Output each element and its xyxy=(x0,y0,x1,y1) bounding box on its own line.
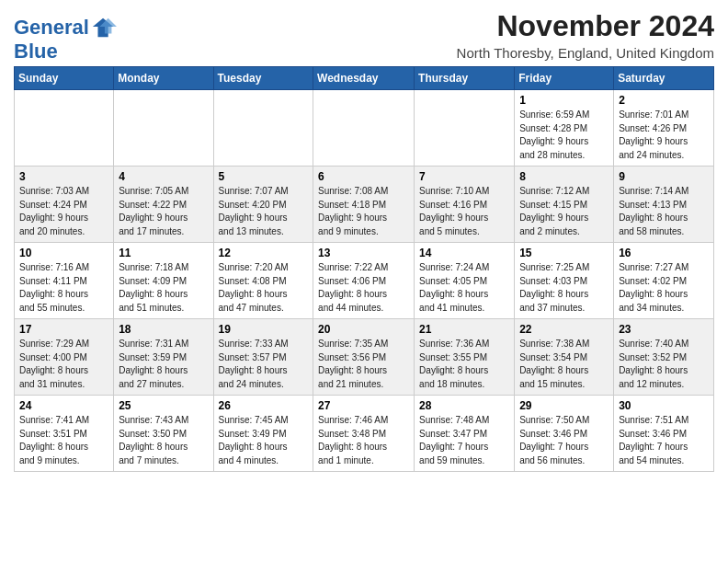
day-info: Sunrise: 7:45 AM Sunset: 3:49 PM Dayligh… xyxy=(219,414,309,467)
day-number: 17 xyxy=(19,323,108,336)
week-row-3: 10Sunrise: 7:16 AM Sunset: 4:11 PM Dayli… xyxy=(15,243,714,319)
day-number: 26 xyxy=(219,399,309,412)
day-info: Sunrise: 7:27 AM Sunset: 4:02 PM Dayligh… xyxy=(619,261,709,315)
calendar-cell: 22Sunrise: 7:38 AM Sunset: 3:54 PM Dayli… xyxy=(515,319,614,396)
day-info: Sunrise: 7:29 AM Sunset: 4:00 PM Dayligh… xyxy=(19,338,108,391)
day-number: 21 xyxy=(419,323,509,336)
day-number: 15 xyxy=(519,247,609,259)
weekday-header-saturday: Saturday xyxy=(614,67,714,90)
day-info: Sunrise: 7:14 AM Sunset: 4:13 PM Dayligh… xyxy=(619,185,709,238)
day-number: 9 xyxy=(619,170,709,183)
calendar-cell: 23Sunrise: 7:40 AM Sunset: 3:52 PM Dayli… xyxy=(614,319,714,396)
calendar-cell xyxy=(415,90,515,167)
calendar-cell: 7Sunrise: 7:10 AM Sunset: 4:16 PM Daylig… xyxy=(415,167,515,243)
day-number: 10 xyxy=(19,247,108,259)
location-title: North Thoresby, England, United Kingdom xyxy=(457,45,714,61)
day-info: Sunrise: 7:40 AM Sunset: 3:52 PM Dayligh… xyxy=(619,338,709,391)
week-row-5: 24Sunrise: 7:41 AM Sunset: 3:51 PM Dayli… xyxy=(15,396,714,472)
calendar-cell: 25Sunrise: 7:43 AM Sunset: 3:50 PM Dayli… xyxy=(114,396,213,472)
day-info: Sunrise: 7:35 AM Sunset: 3:56 PM Dayligh… xyxy=(318,338,409,391)
day-info: Sunrise: 7:38 AM Sunset: 3:54 PM Dayligh… xyxy=(519,338,609,391)
calendar-cell: 27Sunrise: 7:46 AM Sunset: 3:48 PM Dayli… xyxy=(313,396,415,472)
day-number: 7 xyxy=(419,170,509,183)
calendar-cell: 24Sunrise: 7:41 AM Sunset: 3:51 PM Dayli… xyxy=(15,396,114,472)
day-number: 23 xyxy=(619,323,709,336)
title-block: November 2024 North Thoresby, England, U… xyxy=(457,9,714,61)
logo: General Blue xyxy=(14,15,117,63)
month-title: November 2024 xyxy=(457,9,714,43)
calendar-cell: 13Sunrise: 7:22 AM Sunset: 4:06 PM Dayli… xyxy=(313,243,415,319)
day-number: 12 xyxy=(219,247,309,259)
weekday-header-row: SundayMondayTuesdayWednesdayThursdayFrid… xyxy=(15,67,714,90)
day-info: Sunrise: 7:16 AM Sunset: 4:11 PM Dayligh… xyxy=(19,261,108,315)
calendar-cell: 8Sunrise: 7:12 AM Sunset: 4:15 PM Daylig… xyxy=(515,167,614,243)
calendar-cell: 18Sunrise: 7:31 AM Sunset: 3:59 PM Dayli… xyxy=(114,319,213,396)
week-row-4: 17Sunrise: 7:29 AM Sunset: 4:00 PM Dayli… xyxy=(15,319,714,396)
day-number: 1 xyxy=(519,94,609,107)
calendar-cell: 20Sunrise: 7:35 AM Sunset: 3:56 PM Dayli… xyxy=(313,319,415,396)
calendar-cell xyxy=(15,90,114,167)
day-info: Sunrise: 7:43 AM Sunset: 3:50 PM Dayligh… xyxy=(119,414,208,467)
calendar-cell: 9Sunrise: 7:14 AM Sunset: 4:13 PM Daylig… xyxy=(614,167,714,243)
calendar-cell: 10Sunrise: 7:16 AM Sunset: 4:11 PM Dayli… xyxy=(15,243,114,319)
day-info: Sunrise: 7:25 AM Sunset: 4:03 PM Dayligh… xyxy=(519,261,609,315)
weekday-header-monday: Monday xyxy=(114,67,213,90)
day-info: Sunrise: 7:05 AM Sunset: 4:22 PM Dayligh… xyxy=(119,185,208,238)
calendar-cell: 30Sunrise: 7:51 AM Sunset: 3:46 PM Dayli… xyxy=(614,396,714,472)
day-number: 4 xyxy=(119,170,208,183)
day-info: Sunrise: 7:08 AM Sunset: 4:18 PM Dayligh… xyxy=(318,185,409,238)
calendar-cell: 15Sunrise: 7:25 AM Sunset: 4:03 PM Dayli… xyxy=(515,243,614,319)
calendar-cell: 4Sunrise: 7:05 AM Sunset: 4:22 PM Daylig… xyxy=(114,167,213,243)
calendar-cell: 29Sunrise: 7:50 AM Sunset: 3:46 PM Dayli… xyxy=(515,396,614,472)
day-info: Sunrise: 7:03 AM Sunset: 4:24 PM Dayligh… xyxy=(19,185,108,238)
day-info: Sunrise: 7:36 AM Sunset: 3:55 PM Dayligh… xyxy=(419,338,509,391)
day-info: Sunrise: 7:50 AM Sunset: 3:46 PM Dayligh… xyxy=(519,414,609,467)
day-number: 19 xyxy=(219,323,309,336)
day-number: 30 xyxy=(619,399,709,412)
weekday-header-wednesday: Wednesday xyxy=(313,67,415,90)
calendar-cell: 2Sunrise: 7:01 AM Sunset: 4:26 PM Daylig… xyxy=(614,90,714,167)
day-info: Sunrise: 7:12 AM Sunset: 4:15 PM Dayligh… xyxy=(519,185,609,238)
day-number: 16 xyxy=(619,247,709,259)
day-number: 27 xyxy=(318,399,409,412)
day-info: Sunrise: 7:33 AM Sunset: 3:57 PM Dayligh… xyxy=(219,338,309,391)
calendar-cell: 12Sunrise: 7:20 AM Sunset: 4:08 PM Dayli… xyxy=(213,243,313,319)
logo-icon xyxy=(91,15,117,40)
weekday-header-tuesday: Tuesday xyxy=(213,67,313,90)
day-info: Sunrise: 6:59 AM Sunset: 4:28 PM Dayligh… xyxy=(519,109,609,162)
calendar-cell: 1Sunrise: 6:59 AM Sunset: 4:28 PM Daylig… xyxy=(515,90,614,167)
calendar-cell: 21Sunrise: 7:36 AM Sunset: 3:55 PM Dayli… xyxy=(415,319,515,396)
calendar-cell: 3Sunrise: 7:03 AM Sunset: 4:24 PM Daylig… xyxy=(15,167,114,243)
day-number: 3 xyxy=(19,170,108,183)
calendar-cell: 6Sunrise: 7:08 AM Sunset: 4:18 PM Daylig… xyxy=(313,167,415,243)
logo-text: General xyxy=(14,17,89,39)
day-number: 20 xyxy=(318,323,409,336)
calendar-cell: 14Sunrise: 7:24 AM Sunset: 4:05 PM Dayli… xyxy=(415,243,515,319)
calendar-cell xyxy=(313,90,415,167)
day-info: Sunrise: 7:20 AM Sunset: 4:08 PM Dayligh… xyxy=(219,261,309,315)
day-number: 6 xyxy=(318,170,409,183)
calendar-cell: 11Sunrise: 7:18 AM Sunset: 4:09 PM Dayli… xyxy=(114,243,213,319)
day-number: 25 xyxy=(119,399,208,412)
day-info: Sunrise: 7:01 AM Sunset: 4:26 PM Dayligh… xyxy=(619,109,709,162)
day-info: Sunrise: 7:18 AM Sunset: 4:09 PM Dayligh… xyxy=(119,261,208,315)
day-number: 22 xyxy=(519,323,609,336)
week-row-2: 3Sunrise: 7:03 AM Sunset: 4:24 PM Daylig… xyxy=(15,167,714,243)
day-info: Sunrise: 7:07 AM Sunset: 4:20 PM Dayligh… xyxy=(219,185,309,238)
day-info: Sunrise: 7:31 AM Sunset: 3:59 PM Dayligh… xyxy=(119,338,208,391)
calendar-cell: 26Sunrise: 7:45 AM Sunset: 3:49 PM Dayli… xyxy=(213,396,313,472)
day-number: 2 xyxy=(619,94,709,107)
day-number: 11 xyxy=(119,247,208,259)
day-info: Sunrise: 7:10 AM Sunset: 4:16 PM Dayligh… xyxy=(419,185,509,238)
calendar-cell: 19Sunrise: 7:33 AM Sunset: 3:57 PM Dayli… xyxy=(213,319,313,396)
day-number: 8 xyxy=(519,170,609,183)
day-number: 14 xyxy=(419,247,509,259)
day-info: Sunrise: 7:48 AM Sunset: 3:47 PM Dayligh… xyxy=(419,414,509,467)
week-row-1: 1Sunrise: 6:59 AM Sunset: 4:28 PM Daylig… xyxy=(15,90,714,167)
day-number: 18 xyxy=(119,323,208,336)
calendar-cell: 28Sunrise: 7:48 AM Sunset: 3:47 PM Dayli… xyxy=(415,396,515,472)
calendar-cell xyxy=(114,90,213,167)
weekday-header-thursday: Thursday xyxy=(415,67,515,90)
day-info: Sunrise: 7:46 AM Sunset: 3:48 PM Dayligh… xyxy=(318,414,409,467)
day-number: 13 xyxy=(318,247,409,259)
